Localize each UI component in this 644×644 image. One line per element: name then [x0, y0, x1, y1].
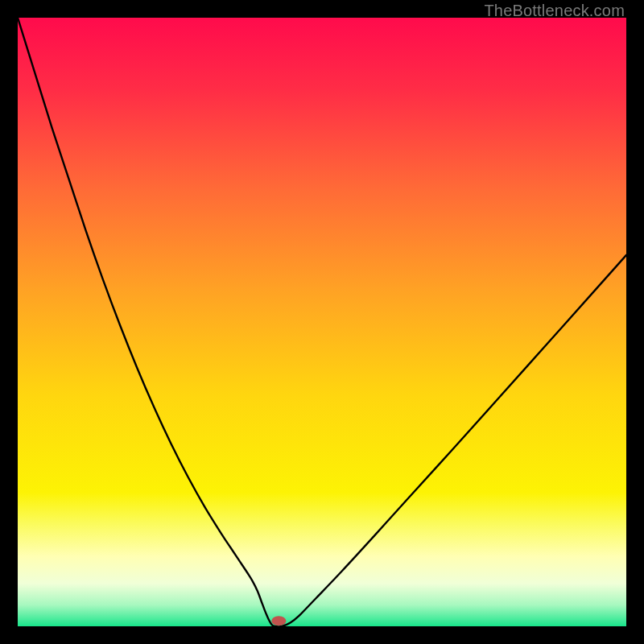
optimal-marker [271, 616, 286, 625]
chart-svg [18, 18, 626, 626]
chart-plot-area [18, 18, 626, 626]
chart-frame: TheBottleneck.com [0, 0, 644, 644]
watermark-text: TheBottleneck.com [484, 2, 625, 20]
chart-background [18, 18, 626, 626]
